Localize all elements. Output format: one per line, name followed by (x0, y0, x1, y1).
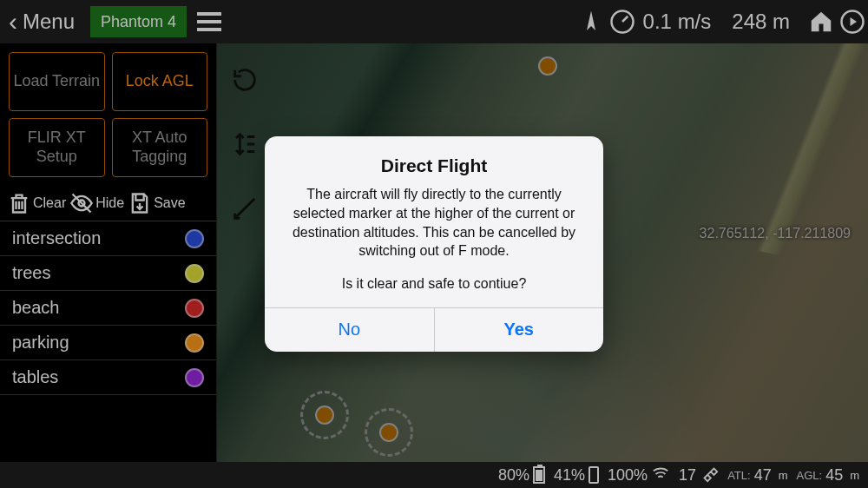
dialog-actions: No Yes (265, 307, 603, 352)
dialog-body: Direct Flight The aircraft will fly dire… (265, 136, 603, 307)
dialog-no-button[interactable]: No (265, 308, 434, 352)
dialog-question: Is it clear and safe to contiue? (282, 276, 586, 292)
direct-flight-dialog: Direct Flight The aircraft will fly dire… (265, 136, 603, 351)
dialog-yes-button[interactable]: Yes (434, 308, 604, 352)
app-root: 32.765112, -117.211809 ‹ Menu Phantom 4 … (0, 0, 868, 488)
dialog-scrim[interactable]: Direct Flight The aircraft will fly dire… (0, 0, 868, 488)
dialog-text: The aircraft will fly directly to the cu… (282, 185, 586, 260)
dialog-title: Direct Flight (282, 155, 586, 176)
